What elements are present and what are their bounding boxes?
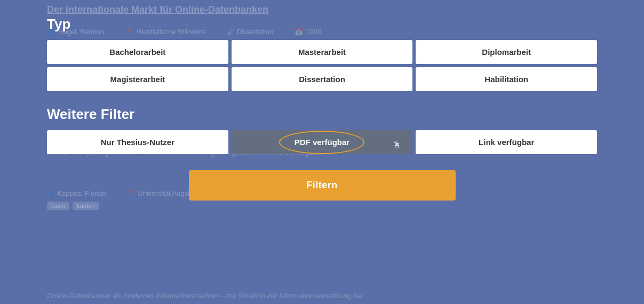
- submit-section: Filtern: [47, 170, 597, 201]
- main-panel: Typ Bachelorarbeit Masterarbeit Diplomar…: [47, 16, 597, 201]
- btn-habilitation[interactable]: Habilitation: [416, 67, 597, 91]
- btn-magisterarbeit[interactable]: Magisterarbeit: [47, 67, 228, 91]
- btn-pdf[interactable]: PDF verfügbar: [232, 130, 413, 154]
- btn-bachelorarbeit[interactable]: Bachelorarbeit: [47, 40, 228, 64]
- weitere-filter-section: Weitere Filter Nur Thesius-Nutzer PDF ve…: [47, 106, 597, 154]
- typ-filter-grid: Bachelorarbeit Masterarbeit Diplomarbeit…: [47, 40, 597, 91]
- btn-masterarbeit[interactable]: Masterarbeit: [232, 40, 413, 64]
- btn-dissertation[interactable]: Dissertation: [232, 67, 413, 91]
- btn-diplomarbeit[interactable]: Diplomarbeit: [416, 40, 597, 64]
- typ-label: Typ: [47, 16, 597, 33]
- weitere-filter-grid: Nur Thesius-Nutzer PDF verfügbar 🖱 Link …: [47, 130, 597, 154]
- bg-title: Der internationale Markt für Online-Date…: [47, 4, 268, 15]
- weitere-filter-label: Weitere Filter: [47, 106, 597, 123]
- bg-badges: lesen kaufen: [47, 202, 99, 210]
- pdf-btn-wrapper: PDF verfügbar 🖱: [232, 130, 413, 154]
- typ-section: Typ Bachelorarbeit Masterarbeit Diplomar…: [47, 16, 597, 91]
- btn-link[interactable]: Link verfügbar: [416, 130, 597, 154]
- bg-bottom-text: Online-Datenbanken als modernes Informat…: [47, 292, 362, 300]
- btn-thesius[interactable]: Nur Thesius-Nutzer: [47, 130, 228, 154]
- filtern-button[interactable]: Filtern: [189, 170, 456, 201]
